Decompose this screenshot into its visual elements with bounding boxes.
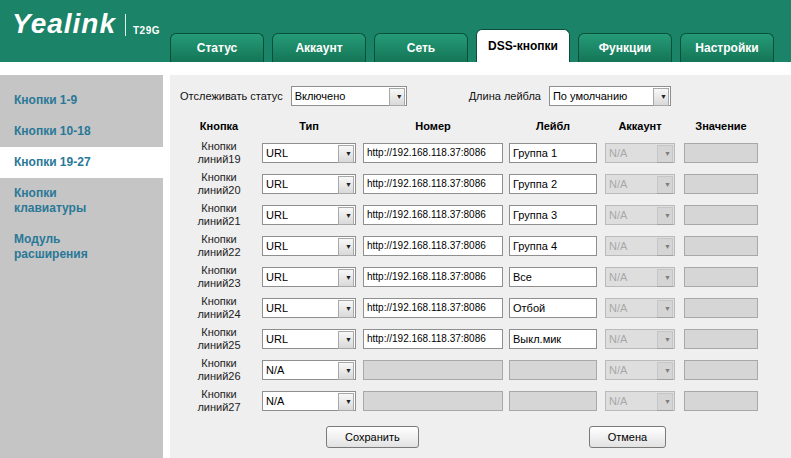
type-select[interactable]: URL — [262, 298, 356, 318]
row-key: Кнопки линий22 — [189, 233, 249, 258]
col-header-number: Номер — [360, 120, 506, 132]
type-select[interactable]: URL — [262, 143, 356, 163]
tab-settings[interactable]: Настройки — [680, 33, 774, 62]
dss-table-body: Кнопки линий19 URL N/A Кнопки линий20 UR… — [180, 137, 783, 416]
sidebar-item-expansion-module[interactable]: Модуль расширения — [0, 224, 163, 270]
account-select[interactable]: N/A — [605, 360, 675, 380]
track-status-select[interactable]: Включено — [291, 86, 407, 106]
number-input[interactable] — [363, 298, 503, 318]
sidebar-item-label: Модуль расширения — [14, 232, 112, 262]
tab-bar: Статус Аккаунт Сеть DSS-кнопки Функции Н… — [170, 29, 774, 62]
label-input[interactable] — [509, 205, 597, 225]
account-select[interactable]: N/A — [605, 267, 675, 287]
sidebar-item-label: Кнопки 1-9 — [14, 93, 77, 108]
type-select-wrap: URL — [262, 174, 356, 194]
number-input[interactable] — [363, 267, 503, 287]
type-select[interactable]: URL — [262, 174, 356, 194]
account-select-wrap: N/A — [605, 236, 675, 256]
tab-dss-keys[interactable]: DSS-кнопки — [476, 29, 570, 62]
sidebar: Кнопки 1-9 Кнопки 10-18 Кнопки 19-27 Кно… — [0, 75, 163, 458]
value-input[interactable] — [684, 236, 758, 256]
sidebar-item-keys-19-27[interactable]: Кнопки 19-27 — [0, 147, 163, 178]
account-select[interactable]: N/A — [605, 174, 675, 194]
model-name: T29G — [133, 25, 160, 36]
value-input[interactable] — [684, 298, 758, 318]
label-input[interactable] — [509, 391, 597, 411]
number-input[interactable] — [363, 143, 503, 163]
value-input[interactable] — [684, 205, 758, 225]
sidebar-item-keys-1-9[interactable]: Кнопки 1-9 — [0, 85, 163, 116]
row-key: Кнопки линий23 — [189, 264, 249, 289]
type-select-wrap: N/A — [262, 360, 356, 380]
label-input[interactable] — [509, 236, 597, 256]
value-input[interactable] — [684, 143, 758, 163]
table-row: Кнопки линий21 URL N/A — [180, 199, 783, 230]
type-select[interactable]: N/A — [262, 360, 356, 380]
type-select-wrap: URL — [262, 205, 356, 225]
number-input[interactable] — [363, 236, 503, 256]
account-select-wrap: N/A — [605, 205, 675, 225]
main-panel: Отслеживать статус Включено Длина лейбла… — [170, 75, 791, 458]
table-row: Кнопки линий22 URL N/A — [180, 230, 783, 261]
row-key: Кнопки линий24 — [189, 295, 249, 320]
account-select[interactable]: N/A — [605, 236, 675, 256]
row-key: Кнопки линий19 — [189, 140, 249, 165]
label-input[interactable] — [509, 143, 597, 163]
type-select-wrap: URL — [262, 298, 356, 318]
sidebar-gap — [163, 75, 170, 458]
label-length-select[interactable]: По умолчанию — [549, 86, 671, 106]
type-select[interactable]: URL — [262, 205, 356, 225]
type-select[interactable]: N/A — [262, 391, 356, 411]
account-select[interactable]: N/A — [605, 205, 675, 225]
type-select[interactable]: URL — [262, 236, 356, 256]
track-status-label: Отслеживать статус — [180, 90, 283, 102]
save-button[interactable]: Сохранить — [326, 426, 419, 448]
row-key: Кнопки линий20 — [189, 171, 249, 196]
number-input[interactable] — [363, 329, 503, 349]
controls-row: Отслеживать статус Включено Длина лейбла… — [180, 86, 783, 106]
col-header-type: Тип — [258, 120, 360, 132]
yealink-admin-page: Yealink T29G Статус Аккаунт Сеть DSS-кно… — [0, 0, 791, 458]
label-length-select-wrap: По умолчанию — [549, 86, 671, 106]
account-select[interactable]: N/A — [605, 298, 675, 318]
tab-account[interactable]: Аккаунт — [272, 33, 366, 62]
row-key: Кнопки линий25 — [189, 326, 249, 351]
tab-network[interactable]: Сеть — [374, 33, 468, 62]
number-input[interactable] — [363, 174, 503, 194]
value-input[interactable] — [684, 391, 758, 411]
number-input[interactable] — [363, 391, 503, 411]
tab-status[interactable]: Статус — [170, 33, 264, 62]
table-row: Кнопки линий19 URL N/A — [180, 137, 783, 168]
type-select[interactable]: URL — [262, 329, 356, 349]
label-input[interactable] — [509, 329, 597, 349]
value-input[interactable] — [684, 267, 758, 287]
cancel-button[interactable]: Отмена — [589, 426, 666, 448]
table-row: Кнопки линий27 N/A N/A — [180, 385, 783, 416]
value-input[interactable] — [684, 360, 758, 380]
type-select[interactable]: URL — [262, 267, 356, 287]
label-input[interactable] — [509, 298, 597, 318]
label-input[interactable] — [509, 360, 597, 380]
col-header-label: Лейбл — [506, 120, 600, 132]
account-select[interactable]: N/A — [605, 391, 675, 411]
account-select[interactable]: N/A — [605, 329, 675, 349]
account-select[interactable]: N/A — [605, 143, 675, 163]
number-input[interactable] — [363, 360, 503, 380]
label-input[interactable] — [509, 267, 597, 287]
sidebar-item-label: Кнопки 10-18 — [14, 124, 91, 139]
col-header-key: Кнопка — [180, 120, 258, 132]
account-select-wrap: N/A — [605, 360, 675, 380]
value-input[interactable] — [684, 174, 758, 194]
track-status-select-wrap: Включено — [291, 86, 407, 106]
sidebar-item-keys-10-18[interactable]: Кнопки 10-18 — [0, 116, 163, 147]
sidebar-item-label: Кнопки 19-27 — [14, 155, 91, 170]
action-buttons: Сохранить Отмена — [180, 426, 783, 448]
header-gap — [0, 62, 791, 75]
value-input[interactable] — [684, 329, 758, 349]
label-input[interactable] — [509, 174, 597, 194]
tab-features[interactable]: Функции — [578, 33, 672, 62]
table-row: Кнопки линий20 URL N/A — [180, 168, 783, 199]
number-input[interactable] — [363, 205, 503, 225]
table-row: Кнопки линий25 URL N/A — [180, 323, 783, 354]
sidebar-item-keypad-keys[interactable]: Кнопки клавиатуры — [0, 178, 163, 224]
